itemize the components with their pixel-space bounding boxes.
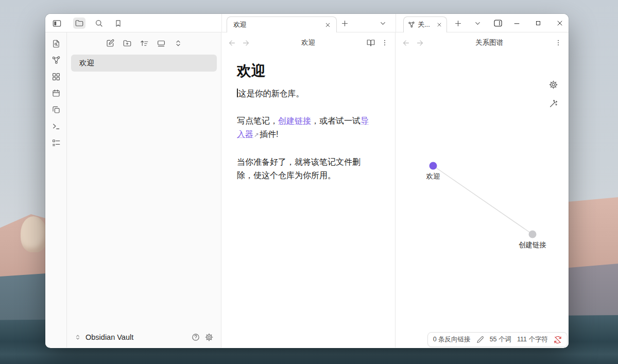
expand-collapse-icon[interactable] — [174, 39, 183, 48]
new-tab-button-right[interactable] — [452, 18, 464, 29]
close-icon[interactable] — [324, 22, 331, 28]
graph-pane-title: 关系图谱 — [430, 38, 549, 47]
internal-link-create-link[interactable]: 创建链接 — [278, 116, 311, 125]
status-bar: 0 条反向链接 55 个词 111 个字符 — [427, 332, 568, 347]
new-folder-icon[interactable] — [123, 39, 132, 48]
folder-icon — [75, 19, 84, 28]
outline-icon[interactable] — [52, 138, 61, 147]
explorer-actions — [67, 32, 221, 53]
editor-tab-title: 欢迎 — [233, 20, 324, 29]
minimize-button[interactable] — [509, 17, 524, 29]
note-paragraph-2: 写点笔记，创建链接，或者试一试导入器↗插件! — [237, 114, 372, 142]
titlebar-right-section: 关... — [396, 14, 569, 32]
editor-pane: 欢迎 欢迎 这是你的新仓库。 写点笔记，创建链接，或者试一试导入器↗插件! 当你… — [221, 32, 396, 348]
back-icon[interactable] — [228, 39, 236, 47]
char-count[interactable]: 111 个字符 — [517, 335, 548, 344]
graph-edge — [396, 53, 569, 348]
titlebar: 欢迎 关... — [45, 14, 569, 32]
sidebar-right-toggle-button[interactable] — [492, 18, 504, 29]
file-item-welcome[interactable]: 欢迎 — [71, 55, 217, 72]
plus-icon — [340, 19, 349, 28]
sort-order-icon[interactable] — [140, 39, 149, 48]
card-view-icon[interactable] — [157, 39, 166, 48]
tab-files[interactable] — [73, 18, 85, 29]
forward-icon[interactable] — [242, 39, 250, 47]
sidebar-left-toggle-button[interactable] — [50, 18, 63, 29]
tab-bookmarks[interactable] — [112, 18, 124, 29]
desktop: { "colors": { "accent": "#7c5ce6", "link… — [0, 0, 618, 364]
plus-icon — [454, 19, 462, 28]
close-icon[interactable] — [436, 22, 442, 28]
note-heading: 欢迎 — [237, 64, 372, 78]
new-tab-button[interactable] — [338, 18, 351, 29]
settings-icon[interactable] — [204, 333, 214, 342]
sidebar-left-toggle-icon — [52, 19, 62, 28]
vault-switcher[interactable]: Obsidian Vault — [67, 327, 221, 348]
workspace: 欢迎 Obsidian Vault — [45, 32, 569, 348]
editor-view-header: 欢迎 — [221, 32, 395, 53]
chevron-down-icon — [379, 20, 387, 27]
edit-mode-pencil-icon[interactable] — [476, 336, 484, 343]
wallpaper-mid-right — [561, 264, 618, 323]
more-options-icon[interactable] — [381, 39, 389, 47]
back-icon[interactable] — [402, 39, 410, 47]
word-count[interactable]: 55 个词 — [490, 335, 511, 344]
sidebar-right-toggle-icon — [493, 18, 503, 28]
graph-node-label: 欢迎 — [426, 172, 440, 181]
external-link-icon: ↗ — [254, 131, 259, 138]
graph-tab-title: 关... — [418, 20, 434, 29]
graph-view-header: 关系图谱 — [396, 32, 569, 53]
new-note-icon[interactable] — [106, 39, 115, 48]
file-search-icon[interactable] — [52, 39, 61, 48]
backlinks-count[interactable]: 0 条反向链接 — [433, 335, 471, 344]
vault-name: Obsidian Vault — [85, 333, 187, 341]
graph-node-label: 创建链接 — [519, 240, 546, 250]
maximize-icon — [535, 20, 542, 27]
more-options-icon[interactable] — [554, 39, 562, 47]
wallpaper-rock — [21, 216, 47, 252]
tab-search[interactable] — [93, 18, 105, 29]
graph-node-welcome[interactable] — [430, 162, 437, 170]
close-window-button[interactable] — [553, 17, 567, 29]
sync-disabled-icon[interactable] — [554, 336, 562, 344]
daily-note-icon[interactable] — [52, 89, 61, 98]
left-ribbon — [45, 32, 67, 348]
text-caret — [237, 89, 238, 97]
note-paragraph-3: 当你准备好了，就将该笔记文件删除，使这个仓库为你所用。 — [237, 155, 372, 182]
file-explorer: 欢迎 Obsidian Vault — [67, 32, 221, 348]
chevron-down-icon — [474, 20, 482, 27]
close-window-icon — [556, 19, 564, 27]
editor-pane-title: 欢迎 — [255, 38, 361, 47]
vault-chevrons-icon — [74, 334, 81, 341]
titlebar-editor-section: 欢迎 — [221, 14, 396, 32]
search-icon — [94, 19, 104, 28]
tab-list-button[interactable] — [376, 18, 389, 29]
note-paragraph-1: 这是你的新仓库。 — [237, 87, 372, 100]
graph-pane: 关系图谱 欢迎 创建链接 — [396, 32, 569, 348]
editor-tab[interactable]: 欢迎 — [227, 16, 337, 32]
canvas-icon[interactable] — [52, 72, 61, 81]
help-icon[interactable] — [191, 333, 200, 342]
graph-view-icon[interactable] — [52, 56, 61, 65]
forward-icon[interactable] — [416, 39, 424, 47]
templates-icon[interactable] — [52, 105, 61, 114]
graph-node-create-link[interactable] — [529, 231, 537, 238]
graph-icon — [408, 21, 415, 28]
reading-mode-icon[interactable] — [366, 38, 375, 47]
minimize-icon — [513, 20, 521, 27]
tab-list-button-right[interactable] — [471, 18, 484, 29]
titlebar-left-section — [45, 14, 221, 32]
note-content[interactable]: 欢迎 这是你的新仓库。 写点笔记，创建链接，或者试一试导入器↗插件! 当你准备好… — [221, 53, 395, 196]
graph-canvas[interactable]: 欢迎 创建链接 — [396, 53, 569, 348]
command-palette-icon[interactable] — [52, 122, 61, 131]
obsidian-window: 欢迎 关... — [45, 14, 569, 348]
graph-tab[interactable]: 关... — [403, 16, 447, 32]
maximize-button[interactable] — [531, 17, 545, 29]
bookmark-icon — [114, 19, 123, 28]
